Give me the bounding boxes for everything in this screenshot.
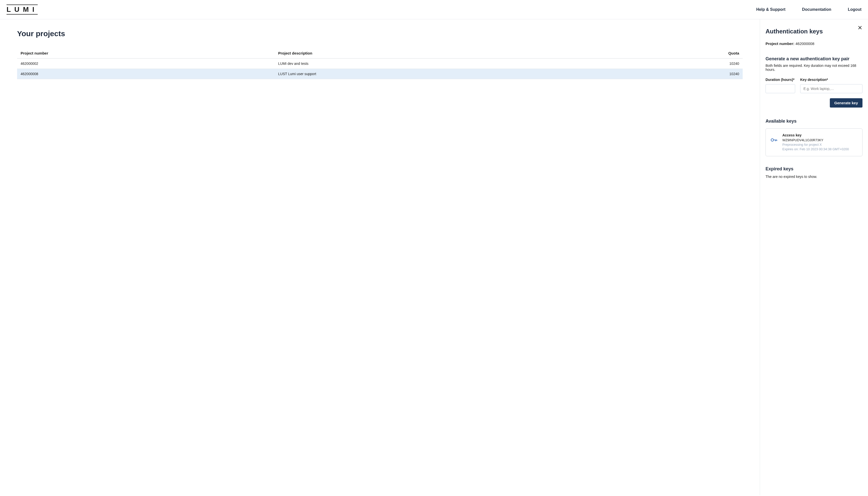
auth-panel: Authentication keys Project number: 4620… — [760, 19, 868, 495]
page-title: Your projects — [17, 29, 743, 38]
table-row[interactable]: 462000008LUST Lumi user support10240 — [17, 69, 743, 79]
key-label: Access key — [782, 133, 857, 137]
available-keys-section: Available keys Access key WZ9INPUDV4L1OJ… — [766, 119, 863, 156]
key-value: WZ9INPUDV4L1OJ0R73KY — [782, 138, 857, 142]
table-row[interactable]: 462000002LUMI dev and tests10240 — [17, 59, 743, 69]
duration-input[interactable] — [766, 84, 795, 93]
logo: LUMI — [6, 4, 38, 15]
close-icon — [858, 26, 862, 30]
logout-link[interactable]: Logout — [848, 7, 862, 12]
cell-number: 462000008 — [17, 69, 274, 79]
panel-title: Authentication keys — [766, 27, 863, 35]
generate-title: Generate a new authentication key pair — [766, 56, 863, 62]
close-button[interactable] — [858, 25, 862, 30]
col-project-number: Project number — [17, 48, 274, 59]
nav: Help & Support Documentation Logout — [756, 7, 862, 12]
expired-keys-title: Expired keys — [766, 166, 863, 172]
available-keys-title: Available keys — [766, 119, 863, 124]
svg-point-2 — [771, 139, 774, 141]
key-info: Access key WZ9INPUDV4L1OJ0R73KY Preproce… — [782, 133, 857, 152]
projects-table: Project number Project description Quota… — [17, 48, 743, 79]
expired-empty: The are no expired keys to show. — [766, 175, 863, 179]
key-card[interactable]: Access key WZ9INPUDV4L1OJ0R73KY Preproce… — [766, 128, 863, 156]
project-number-label: Project number: — [766, 42, 794, 46]
key-expires: Expires on: Feb 10 2023 00:34:38 GMT+020… — [782, 147, 857, 152]
cell-description: LUMI dev and tests — [274, 59, 609, 69]
project-number-line: Project number: 462000008 — [766, 42, 863, 46]
help-support-link[interactable]: Help & Support — [756, 7, 785, 12]
project-number-value: 462000008 — [795, 42, 814, 46]
logo-text: LUMI — [6, 4, 38, 15]
description-input[interactable] — [800, 84, 863, 93]
description-label: Key description* — [800, 78, 863, 82]
duration-label: Duration (hours)* — [766, 78, 795, 82]
documentation-link[interactable]: Documentation — [802, 7, 831, 12]
col-project-description: Project description — [274, 48, 609, 59]
header: LUMI Help & Support Documentation Logout — [0, 0, 868, 19]
generate-key-button[interactable]: Generate key — [830, 98, 863, 108]
generate-section: Generate a new authentication key pair B… — [766, 56, 863, 108]
cell-quota: 10240 — [610, 69, 743, 79]
generate-desc: Both fields are required. Key duration m… — [766, 64, 863, 72]
cell-quota: 10240 — [610, 59, 743, 69]
cell-number: 462000002 — [17, 59, 274, 69]
expired-keys-section: Expired keys The are no expired keys to … — [766, 166, 863, 179]
key-icon — [771, 133, 777, 142]
main-content: Your projects Project number Project des… — [0, 19, 760, 495]
layout: Your projects Project number Project des… — [0, 19, 868, 495]
key-desc: Preprocessing for project X — [782, 142, 857, 147]
cell-description: LUST Lumi user support — [274, 69, 609, 79]
col-quota: Quota — [610, 48, 743, 59]
